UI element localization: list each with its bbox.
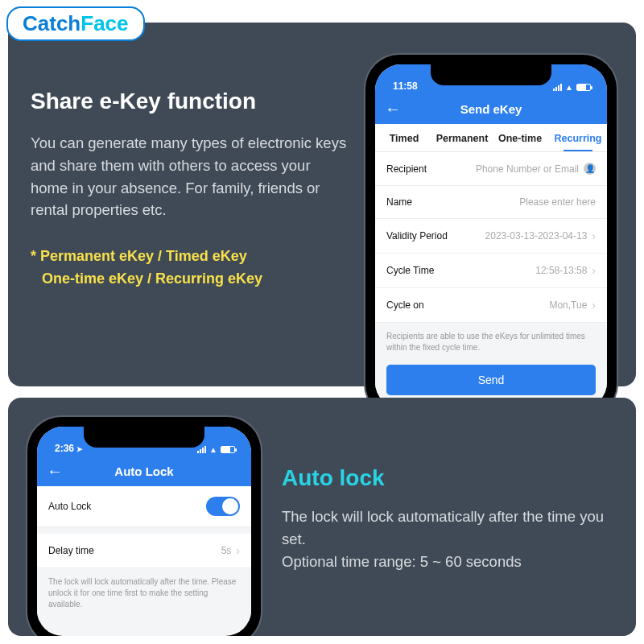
- validity-value: 2023-03-13-2023-04-13: [485, 230, 588, 242]
- name-placeholder: Please enter here: [519, 196, 596, 208]
- back-icon[interactable]: ←: [47, 462, 63, 481]
- ekey-type-tabs: Timed Permanent One-time Recurring: [375, 124, 607, 152]
- location-icon: ➤: [76, 445, 83, 453]
- section1-body: You can generate many types of electroni…: [31, 132, 351, 221]
- delay-value: 5s: [221, 545, 232, 556]
- status-icons: ▲: [553, 83, 591, 92]
- back-icon[interactable]: ←: [385, 100, 401, 118]
- battery-icon: [576, 84, 591, 91]
- section1-title: Share e-Key function: [31, 89, 351, 114]
- autolock-toggle[interactable]: [206, 497, 240, 516]
- ekey-form: Recipient Phone Number or Email 👤 Name P…: [375, 152, 607, 323]
- status-icons: ▲: [197, 445, 235, 454]
- section2-body: The lock will lock automatically after t…: [282, 506, 617, 572]
- tab-timed[interactable]: Timed: [375, 124, 433, 151]
- phone-mock-send-ekey: 11:58 ▲ ← Send eKey Timed Permanent One-…: [365, 55, 617, 367]
- logo-part1: Catch: [23, 11, 80, 35]
- row-autolock: Auto Lock: [37, 486, 251, 527]
- battery-icon: [221, 446, 235, 453]
- bullets-line1: * Permanent eKey / Timed eKey: [31, 246, 351, 268]
- status-time: 2:36 ➤: [55, 443, 83, 454]
- nav-title: Send eKey: [460, 102, 522, 116]
- chevron-right-icon: ›: [592, 299, 596, 312]
- row-cycletime[interactable]: Cycle Time 12:58-13:58›: [375, 254, 607, 288]
- logo-part2: Face: [80, 11, 128, 35]
- section2-text: Auto lock The lock will lock automatical…: [282, 417, 617, 617]
- section1-text: Share e-Key function You can generate ma…: [31, 55, 351, 367]
- tab-recurring[interactable]: Recurring: [549, 124, 607, 151]
- recipient-label: Recipient: [386, 163, 427, 175]
- body-line2: Optional time range: 5 ~ 60 seconds: [282, 551, 617, 573]
- autolock-label: Auto Lock: [48, 501, 91, 512]
- row-validity[interactable]: Validity Period 2023-03-13-2023-04-13›: [375, 219, 607, 254]
- body-line1: The lock will lock automatically after t…: [282, 506, 617, 551]
- phone-notch: [431, 64, 551, 85]
- section-share-ekey: Share e-Key function You can generate ma…: [8, 23, 636, 386]
- phone-mock-auto-lock: 2:36 ➤ ▲ ← Auto Lock Auto Lock: [27, 417, 261, 617]
- section2-title: Auto lock: [282, 465, 617, 491]
- cycletime-value: 12:58-13:58: [535, 265, 587, 276]
- cycleon-value: Mon,Tue: [549, 299, 587, 311]
- recipient-value: Phone Number or Email 👤: [476, 163, 596, 175]
- nav-title: Auto Lock: [114, 464, 173, 478]
- row-cycleon[interactable]: Cycle on Mon,Tue›: [375, 288, 607, 323]
- chevron-right-icon: ›: [592, 229, 596, 242]
- row-recipient[interactable]: Recipient Phone Number or Email 👤: [375, 152, 607, 186]
- wifi-icon: ▲: [565, 83, 573, 92]
- signal-icon: [197, 446, 206, 453]
- bullets-line2: One-time eKey / Recurring eKey: [31, 268, 351, 291]
- cycleon-label: Cycle on: [386, 299, 424, 311]
- cycletime-label: Cycle Time: [386, 265, 434, 276]
- signal-icon: [553, 84, 562, 91]
- nav-bar: ← Auto Lock: [37, 456, 251, 486]
- tab-permanent[interactable]: Permanent: [433, 124, 491, 151]
- wifi-icon: ▲: [209, 445, 217, 454]
- section-auto-lock: 2:36 ➤ ▲ ← Auto Lock Auto Lock: [8, 398, 636, 636]
- status-time: 11:58: [393, 80, 418, 92]
- chevron-right-icon: ›: [236, 544, 240, 557]
- validity-label: Validity Period: [386, 230, 448, 242]
- recipient-placeholder: Phone Number or Email: [476, 163, 579, 175]
- section1-bullets: * Permanent eKey / Timed eKey One-time e…: [31, 246, 351, 291]
- delay-label: Delay time: [48, 545, 94, 556]
- contact-icon[interactable]: 👤: [584, 163, 596, 175]
- tab-onetime[interactable]: One-time: [491, 124, 549, 151]
- send-button[interactable]: Send: [386, 365, 596, 395]
- row-name[interactable]: Name Please enter here: [375, 186, 607, 219]
- brand-logo: CatchFace: [6, 6, 145, 41]
- phone-notch: [84, 427, 204, 448]
- autolock-hint: The lock will lock automatically after t…: [37, 568, 251, 621]
- name-label: Name: [386, 196, 412, 208]
- row-delay[interactable]: Delay time 5s›: [37, 534, 251, 568]
- form-hint: Recipients are able to use the eKeys for…: [375, 323, 607, 365]
- nav-bar: ← Send eKey: [375, 93, 607, 124]
- chevron-right-icon: ›: [592, 264, 596, 277]
